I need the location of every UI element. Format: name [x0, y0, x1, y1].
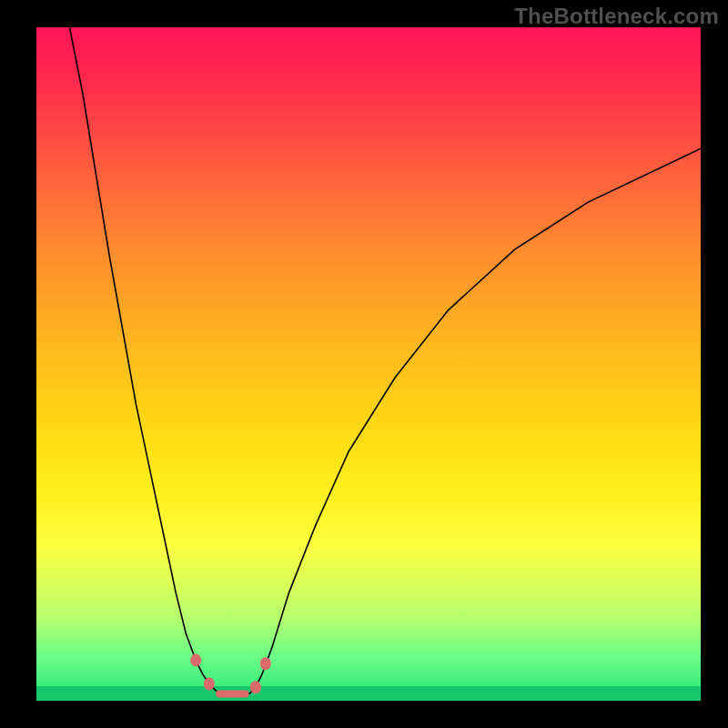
marker-dot-1 — [204, 678, 215, 691]
marker-group — [190, 654, 271, 698]
curves-layer — [36, 27, 701, 701]
marker-dot-0 — [190, 654, 201, 667]
watermark-text: TheBottleneck.com — [514, 4, 719, 29]
plot-area — [36, 27, 701, 701]
curve-right-branch — [249, 148, 701, 693]
chart-frame: TheBottleneck.com — [0, 0, 728, 728]
marker-dot-2 — [250, 681, 261, 693]
marker-dot-3 — [260, 657, 271, 670]
valley-bar — [216, 691, 249, 698]
curve-left-branch — [70, 27, 223, 694]
